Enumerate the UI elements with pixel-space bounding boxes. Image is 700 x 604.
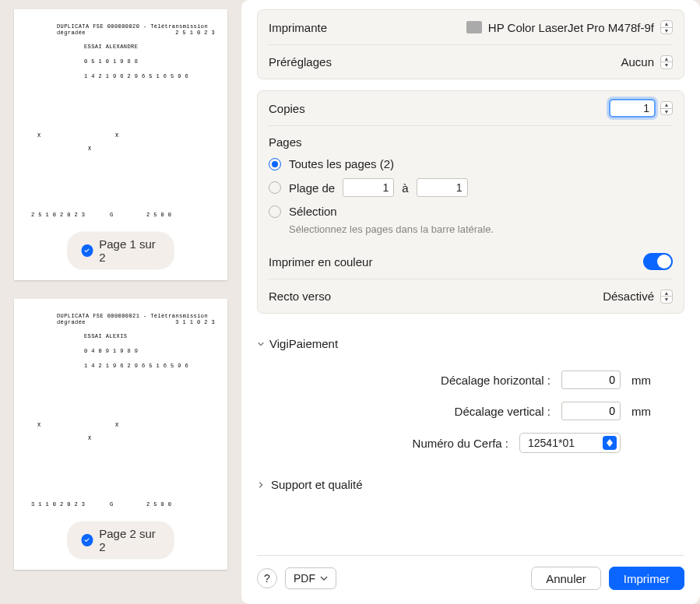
help-button[interactable]: ?	[257, 568, 277, 588]
color-label: Imprimer en couleur	[269, 255, 372, 269]
pages-all-label: Toutes les pages (2)	[289, 157, 394, 170]
dialog-footer: ? PDF Annuler Imprimer	[257, 555, 684, 604]
preview-sidebar: DUPLICATA FSE 000000020 - Télétransmissi…	[0, 0, 241, 604]
v-offset-row: Décalage vertical : mm	[257, 395, 684, 427]
unit-label: mm	[631, 405, 653, 418]
presets-row[interactable]: Préréglages Aucun ▲▼	[269, 44, 673, 79]
preview-text: 2 5 1 0 2 0 2 3	[31, 212, 85, 218]
radio-icon	[269, 205, 281, 218]
preview-text: 3 1 1 0 2 3	[175, 319, 215, 325]
preview-text: 1 4 2 1 9 6 2 9 6 5 1 6 5 9 6	[84, 363, 188, 369]
chevron-right-icon	[257, 481, 265, 489]
preview-text: X	[88, 435, 92, 441]
check-icon	[82, 244, 93, 257]
preview-text: X	[115, 422, 119, 428]
h-offset-row: Décalage horizontal : mm	[257, 364, 684, 395]
cerfa-row: Numéro du Cerfa : 12541*01	[257, 427, 684, 459]
color-row: Imprimer en couleur	[269, 244, 673, 279]
copies-input[interactable]	[609, 99, 656, 118]
copies-stepper[interactable]: ▲▼	[660, 101, 673, 115]
copies-pages-block: Copies ▲▼ Pages Toutes les pages (2) Pla…	[257, 90, 684, 314]
pages-selection-label: Sélection	[289, 205, 337, 218]
up-down-icon: ▲▼	[660, 55, 673, 69]
printer-value: HP Color LaserJet Pro M478f-9f	[488, 21, 654, 34]
pages-range-label: Plage de	[289, 181, 335, 195]
pages-label: Pages	[269, 126, 673, 153]
printer-label: Imprimante	[269, 21, 327, 34]
preview-text: 1 4 2 1 9 6 2 9 6 5 1 6 5 9 6	[84, 73, 188, 79]
preview-text: X	[37, 132, 41, 139]
duplex-row[interactable]: Recto verso Désactivé ▲▼	[269, 279, 673, 313]
page-badge-label: Page 2 sur 2	[99, 527, 160, 553]
vigipaiement-toggle[interactable]: VigiPaiement	[257, 329, 684, 364]
page-badge: Page 1 sur 2	[68, 232, 174, 269]
preview-text: 3 1 1 0 2 0 2 3	[31, 501, 85, 507]
printer-icon	[466, 21, 482, 33]
copies-label: Copies	[269, 102, 305, 115]
preview-text: G	[110, 212, 114, 218]
range-to-input[interactable]	[417, 178, 468, 197]
printer-row[interactable]: Imprimante HP Color LaserJet Pro M478f-9…	[269, 10, 673, 44]
h-offset-input[interactable]	[561, 370, 621, 389]
preview-text: X	[88, 146, 92, 152]
cancel-button[interactable]: Annuler	[531, 567, 601, 590]
vigipaiement-section: VigiPaiement Décalage horizontal : mm Dé…	[257, 329, 684, 491]
preview-text: G	[110, 501, 114, 507]
preview-text: X	[115, 132, 119, 139]
presets-value: Aucun	[621, 55, 654, 68]
pages-selection-radio[interactable]: Sélection	[269, 201, 673, 222]
preview-text: 0 5 1 0 1 9 8 8	[84, 58, 138, 65]
vigipaiement-title: VigiPaiement	[269, 337, 338, 350]
support-quality-toggle[interactable]: Support et qualité	[257, 459, 684, 491]
preview-text: 2 5 1 0 2 3	[175, 30, 215, 36]
pdf-menu-button[interactable]: PDF	[285, 567, 336, 589]
preview-text: ESSAI ALEXANDRE	[84, 44, 138, 50]
preview-text: 2 5 0 0	[146, 501, 171, 507]
radio-icon	[269, 181, 281, 194]
support-quality-title: Support et qualité	[271, 478, 363, 491]
duplex-label: Recto verso	[269, 290, 331, 303]
h-offset-label: Décalage horizontal :	[410, 374, 551, 387]
range-from-input[interactable]	[343, 178, 394, 197]
up-down-icon: ▲▼	[660, 290, 673, 304]
printer-preset-block: Imprimante HP Color LaserJet Pro M478f-9…	[257, 9, 684, 79]
preview-page-2[interactable]: DUPLICATA FSE 000000021 - Télétransmissi…	[14, 299, 227, 570]
pages-range-radio[interactable]: Plage de à	[269, 174, 673, 201]
pages-selection-help: Sélectionnez les pages dans la barre lat…	[269, 222, 673, 235]
preview-text: ESSAI ALEXIS	[84, 333, 127, 339]
check-icon	[82, 534, 93, 546]
preview-page-1[interactable]: DUPLICATA FSE 000000020 - Télétransmissi…	[14, 9, 227, 280]
preview-text: 0 4 0 9 1 9 8 9	[84, 348, 138, 354]
cerfa-value: 12541*01	[528, 437, 575, 449]
preview-text: X	[37, 422, 41, 428]
page-badge: Page 2 sur 2	[68, 521, 174, 559]
chevron-down-icon	[257, 340, 265, 348]
radio-icon	[269, 158, 281, 170]
cerfa-label: Numéro du Cerfa :	[368, 437, 508, 450]
up-down-icon	[603, 436, 617, 450]
print-button[interactable]: Imprimer	[609, 567, 684, 590]
unit-label: mm	[631, 374, 653, 387]
chevron-down-icon	[320, 575, 328, 581]
cerfa-select[interactable]: 12541*01	[519, 433, 621, 453]
v-offset-input[interactable]	[561, 402, 621, 420]
print-panel: Imprimante HP Color LaserJet Pro M478f-9…	[241, 0, 700, 604]
presets-label: Préréglages	[269, 55, 332, 68]
preview-text: 2 5 0 0	[146, 212, 171, 218]
range-sep: à	[402, 181, 408, 195]
pdf-label: PDF	[294, 572, 315, 585]
color-toggle[interactable]	[643, 253, 673, 270]
pages-all-radio[interactable]: Toutes les pages (2)	[269, 153, 673, 174]
copies-row: Copies ▲▼	[269, 91, 673, 125]
duplex-value: Désactivé	[603, 290, 654, 303]
up-down-icon: ▲▼	[660, 20, 673, 34]
page-badge-label: Page 1 sur 2	[99, 237, 160, 264]
v-offset-label: Décalage vertical :	[410, 405, 551, 418]
